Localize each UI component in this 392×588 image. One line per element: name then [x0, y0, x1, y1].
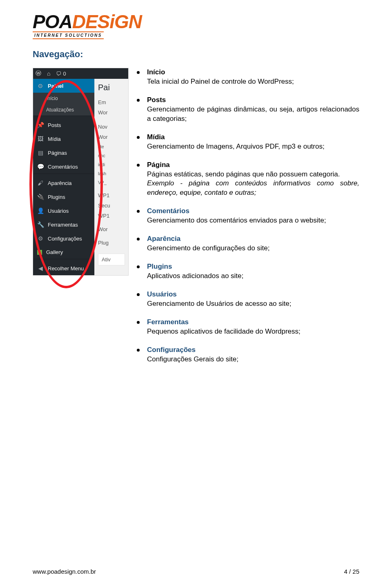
section-heading: Mídia — [147, 133, 165, 142]
text-fragment: Nov — [98, 122, 125, 132]
menu-item-gallery[interactable]: Gallery — [33, 245, 94, 259]
bullet-row: Aparência — [137, 234, 359, 244]
pin-icon: 📌 — [37, 122, 44, 128]
text-fragment: Plug — [98, 238, 125, 248]
section-heading: Aparência — [147, 234, 180, 244]
menu-item-paginas[interactable]: ▤ Páginas — [33, 146, 94, 160]
menu-label: Configurações — [48, 236, 82, 242]
submenu-atualizacoes[interactable]: Atualizações — [33, 104, 94, 116]
section-heading: Configurações — [147, 345, 196, 355]
section-description: Gerenciamento de Usuários de acesso ao s… — [147, 299, 359, 309]
text-fragment-box: Ativ — [98, 254, 125, 265]
menu-label: Plugins — [48, 194, 65, 200]
section-title: Navegação: — [33, 49, 359, 60]
section-heading: Ferramentas — [147, 318, 189, 327]
media-icon: 🖼 — [37, 136, 44, 142]
section-description: Gerenciamento de Imagens, Arquivos PDF, … — [147, 142, 359, 151]
bullet-icon — [137, 210, 140, 213]
footer-page-number: 4 / 25 — [344, 568, 359, 575]
collapse-icon: ◀ — [37, 265, 44, 272]
comment-badge: 🗩 0 — [56, 71, 66, 77]
bullet-icon — [137, 321, 140, 324]
content-section: InícioTela inicial do Painel de controle… — [137, 68, 359, 87]
text-fragment: WP1 — [98, 211, 125, 221]
menu-item-usuarios[interactable]: 👤 Usuários — [33, 204, 94, 218]
bullet-row: Posts — [137, 96, 359, 105]
content-section: ConfiguraçõesConfigurações Gerais do sit… — [137, 345, 359, 364]
bullet-row: Comentários — [137, 207, 359, 216]
wp-columns: ⊙ Painel Início Atualizações 📌 Posts 🖼 M… — [33, 79, 128, 275]
bullet-icon — [137, 265, 140, 268]
section-example: Exemplo - página com conteúdos informati… — [147, 179, 359, 198]
section-heading: Plugins — [147, 262, 172, 272]
text-fragment: nnc — [98, 151, 125, 160]
section-description: Gerencimento de configurações do site; — [147, 244, 359, 253]
content-section: PáginaPáginas estáticas, sendo páginas q… — [137, 160, 359, 198]
brush-icon: 🖌 — [37, 180, 44, 186]
text-fragment: Wor — [98, 224, 125, 234]
bullet-icon — [137, 238, 140, 241]
bullet-row: Início — [137, 68, 359, 77]
content-section: PostsGerenciamento de páginas dinâmicas,… — [137, 96, 359, 124]
wrench-icon: 🔧 — [37, 221, 44, 228]
menu-item-posts[interactable]: 📌 Posts — [33, 118, 94, 132]
menu-item-aparencia[interactable]: 🖌 Aparência — [33, 176, 94, 190]
logo-poa: POA — [33, 11, 72, 32]
dashboard-icon: ⊙ — [37, 82, 44, 89]
bullet-icon — [137, 293, 140, 296]
section-heading: Página — [147, 160, 170, 170]
section-heading: Início — [147, 68, 165, 77]
user-icon: 👤 — [37, 207, 44, 214]
wordpress-icon: ⓦ — [36, 70, 41, 77]
text-fragment: WP1 — [98, 190, 125, 200]
menu-label: Posts — [48, 122, 61, 128]
text-fragment: iddi — [98, 160, 125, 169]
wp-admin-menu: ⊙ Painel Início Atualizações 📌 Posts 🖼 M… — [33, 79, 94, 275]
bullet-row: Usuários — [137, 290, 359, 299]
logo-tagline: INTERNET SOLUCTIONS — [33, 31, 104, 39]
section-description: Pequenos aplicativos de facilidade do Wo… — [147, 327, 359, 336]
section-heading: Comentários — [147, 207, 189, 216]
section-description: Gerenciamento de páginas dinâmicas, ou s… — [147, 105, 359, 124]
text-fragment: Em — [98, 97, 125, 107]
menu-label: Aparência — [48, 180, 72, 186]
menu-item-painel[interactable]: ⊙ Painel — [33, 79, 94, 93]
menu-item-collapse[interactable]: ◀ Recolher Menu — [33, 261, 94, 275]
menu-item-configuracoes[interactable]: ⚙ Configurações — [33, 232, 94, 245]
wp-page-title-fragment: Pai — [98, 83, 125, 92]
bullet-icon — [137, 136, 140, 139]
bullet-row: Página — [137, 160, 359, 170]
menu-label: Recolher Menu — [48, 265, 84, 272]
section-description: Gerenciamento dos comentários enviados p… — [147, 216, 359, 225]
comments-icon: 💬 — [37, 163, 44, 170]
bullet-icon — [137, 349, 140, 352]
comment-icon: 🗩 — [56, 71, 61, 77]
pages-icon: ▤ — [37, 149, 44, 156]
menu-item-midia[interactable]: 🖼 Mídia — [33, 132, 94, 146]
menu-item-ferramentas[interactable]: 🔧 Ferramentas — [33, 218, 94, 232]
comment-count: 0 — [63, 71, 66, 77]
bullet-row: Mídia — [137, 133, 359, 142]
wp-frame: ⓦ ⌂ 🗩 0 ⊙ Painel Início Atualizações — [33, 68, 129, 276]
page-footer: www.poadesign.com.br 4 / 25 — [33, 568, 359, 575]
content-section: AparênciaGerencimento de configurações d… — [137, 234, 359, 253]
menu-label: Ferramentas — [48, 222, 78, 228]
menu-item-comentarios[interactable]: 💬 Comentários — [33, 160, 94, 174]
menu-label: Mídia — [48, 136, 61, 142]
section-heading: Posts — [147, 96, 166, 105]
menu-label: Comentários — [48, 164, 78, 170]
logo-gn: GN — [114, 11, 142, 32]
logo-i: i — [109, 11, 114, 32]
content-list: InícioTela inicial do Painel de controle… — [137, 68, 359, 373]
section-description: Páginas estáticas, sendo páginas que não… — [147, 170, 359, 179]
text-fragment: Wor — [98, 107, 125, 118]
section-heading: Usuários — [147, 290, 177, 299]
content-section: UsuáriosGerenciamento de Usuários de ace… — [137, 290, 359, 309]
bullet-row: Plugins — [137, 262, 359, 272]
menu-item-plugins[interactable]: 🔌 Plugins — [33, 190, 94, 204]
text-fragment: Secu — [98, 200, 125, 211]
submenu-inicio[interactable]: Início — [33, 93, 94, 104]
plug-icon: 🔌 — [37, 194, 44, 200]
logo-des: DES — [72, 11, 110, 32]
text-fragment: ifte — [98, 142, 125, 151]
